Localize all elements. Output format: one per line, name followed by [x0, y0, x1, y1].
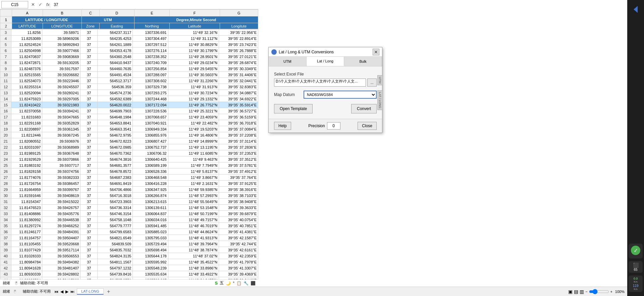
cell-data[interactable]: 39.59245507: [42, 84, 80, 90]
row-number[interactable]: 7: [0, 54, 11, 60]
cell-data[interactable]: 11.82031097: [11, 144, 42, 150]
cell-data[interactable]: 11°48' 53.1548"N: [168, 205, 219, 211]
cell-data[interactable]: 11.81883192: [11, 162, 42, 168]
cell-data[interactable]: 39°35' 40.0754"E: [219, 217, 258, 223]
cell-data[interactable]: 37: [80, 259, 98, 265]
row-number[interactable]: 43: [0, 271, 11, 277]
cell-data[interactable]: 1306034.016: [133, 217, 168, 223]
cell-data[interactable]: 11.81297274: [11, 223, 42, 229]
cell-data[interactable]: 1306752.737: [133, 144, 168, 150]
row-number[interactable]: 19: [0, 126, 11, 132]
cell-data[interactable]: 11°49' 29.0234"N: [168, 60, 219, 66]
cell-data[interactable]: 39°35' 38.3916"E: [219, 187, 258, 193]
cell-data[interactable]: 11.81828158: [11, 168, 42, 175]
cell-data[interactable]: 39°35' 32.8383"E: [219, 84, 258, 90]
cell-data[interactable]: 39.59367245: [42, 132, 80, 138]
cell-data[interactable]: 37: [80, 235, 98, 241]
cell-data[interactable]: 11°49' 25.3221"N: [168, 108, 219, 114]
cell-data[interactable]: 39°35' 42.2359"E: [219, 253, 258, 259]
cell-data[interactable]: 11.82534073: [11, 78, 42, 84]
cell-data[interactable]: 564360.2548: [98, 54, 133, 60]
cell-data[interactable]: 564648.1984: [98, 114, 133, 120]
cell-data[interactable]: 11°48' 37.02"N: [168, 253, 219, 259]
cell-data[interactable]: 39°35' 37.2353"E: [219, 150, 258, 156]
cell-data[interactable]: 11.80984784: [11, 259, 42, 265]
row-number[interactable]: 23: [0, 150, 11, 156]
cell-data[interactable]: 37: [80, 120, 98, 126]
table-row[interactable]: 1611.8237005839.5939424137564699.7903130…: [0, 108, 258, 114]
row-number[interactable]: 5: [0, 42, 11, 48]
cell-data[interactable]: 37: [80, 168, 98, 175]
cell-data[interactable]: 564674.3816: [98, 156, 133, 162]
cell-data[interactable]: 11.82208897: [11, 126, 42, 132]
cell-data[interactable]: 11.82370058: [11, 108, 42, 114]
cell-data[interactable]: 564799.6583: [98, 229, 133, 235]
cell-data[interactable]: 564681.3577: [98, 162, 133, 168]
cell-data[interactable]: 39°35' 41.7978"E: [219, 259, 258, 265]
browse-button[interactable]: ...: [367, 79, 377, 87]
table-row[interactable]: 1311.8252009439.5928024137564574.2736130…: [0, 90, 258, 96]
cell-data[interactable]: 37: [80, 223, 98, 229]
cell-data[interactable]: 11.82472871: [11, 60, 42, 66]
cell-data[interactable]: 39.59382333: [42, 175, 80, 181]
cell-data[interactable]: 11.81664959: [11, 187, 42, 193]
cell-data[interactable]: 39.59130205: [42, 60, 80, 66]
cell-data[interactable]: 39°35' 37.3512"E: [219, 156, 258, 162]
cell-data[interactable]: 11°48' 41.9313"N: [168, 235, 219, 241]
row-number[interactable]: 17: [0, 114, 11, 120]
first-sheet-btn[interactable]: ⏮: [53, 289, 59, 294]
row-number[interactable]: 25: [0, 162, 11, 168]
cell-data[interactable]: 564835.7032: [98, 247, 133, 253]
row-number[interactable]: 38: [0, 241, 11, 247]
cell-data[interactable]: 564491.4534: [98, 72, 133, 78]
cell-data[interactable]: 39.5937717: [42, 162, 80, 168]
grid-wrapper[interactable]: A B C D E F G 1 LATITUDE / LONGITUDE UTM…: [0, 9, 258, 287]
cell-data[interactable]: 11.82291168: [11, 120, 42, 126]
cell-data[interactable]: 37: [80, 181, 98, 187]
cell-data[interactable]: 11.8256: [11, 30, 42, 36]
table-row[interactable]: 2111.8208055239.593697637564672.82231306…: [0, 138, 258, 144]
table-row[interactable]: 4011.8102833339.5950655337564824.3135130…: [0, 253, 258, 259]
row-number[interactable]: 12: [0, 84, 11, 90]
cell-data[interactable]: 564797.1232: [98, 265, 133, 271]
cell-data[interactable]: 1306468.548: [133, 175, 168, 181]
cell-data[interactable]: 564353.4178: [98, 48, 133, 54]
cell-data[interactable]: 1306589.199: [133, 162, 168, 168]
close-button[interactable]: Close: [358, 122, 377, 130]
row-number[interactable]: 20: [0, 132, 11, 138]
cell-data[interactable]: 11°48' 35.4522"N: [168, 259, 219, 265]
cell-data[interactable]: 564839.509: [98, 241, 133, 247]
cell-data[interactable]: 11°48' 33.4922"N: [168, 271, 219, 277]
cell-data[interactable]: 39.58971: [42, 30, 80, 36]
row-number[interactable]: 11: [0, 78, 11, 84]
row-number[interactable]: 27: [0, 175, 11, 181]
table-row[interactable]: 4111.8098478439.5949438237564811.1567130…: [0, 259, 258, 265]
convert-button[interactable]: Convert: [351, 104, 377, 113]
cell-data[interactable]: 39°35' 22.956"E: [219, 30, 258, 36]
cell-data[interactable]: 11°48' 57.2993"N: [168, 193, 219, 199]
cell-data[interactable]: 11°49' 2.1631"N: [168, 181, 219, 187]
cell-data[interactable]: 37: [80, 247, 98, 253]
cell-data[interactable]: 39°35' 38.9408"E: [219, 199, 258, 205]
cell-data[interactable]: 37: [80, 241, 98, 247]
row-number[interactable]: 34: [0, 217, 11, 223]
zoom-plus[interactable]: +: [610, 290, 612, 294]
cell-data[interactable]: 39°35' 35.5914"E: [219, 102, 258, 108]
cell-data[interactable]: 39.59408619: [42, 193, 80, 199]
cell-data[interactable]: 11.81726754: [11, 181, 42, 187]
cell-data[interactable]: 39.58969206: [42, 36, 80, 42]
table-row[interactable]: 2711.8177407639.5938233337564687.2383130…: [0, 175, 258, 181]
col-header-c[interactable]: C: [82, 10, 99, 16]
table-row[interactable]: 1211.8225531439.5924550737564536.3591307…: [0, 84, 258, 90]
table-row[interactable]: 311.825639.5897137564237.31171307336.691…: [0, 30, 258, 36]
cell-data[interactable]: 1307288.097: [133, 72, 168, 78]
cell-data[interactable]: 39.59361345: [42, 126, 80, 132]
toolbar-icon-4[interactable]: 📋: [236, 281, 241, 286]
row-number[interactable]: 10: [0, 72, 11, 78]
cell-data[interactable]: 564824.3135: [98, 253, 133, 259]
tab-utm[interactable]: UTM: [269, 57, 307, 66]
col-header-b[interactable]: B: [43, 10, 82, 16]
col-header-g[interactable]: G: [220, 10, 258, 16]
cell-data[interactable]: 11.82524524: [11, 42, 42, 48]
cell-data[interactable]: 39.59415022: [42, 199, 80, 205]
